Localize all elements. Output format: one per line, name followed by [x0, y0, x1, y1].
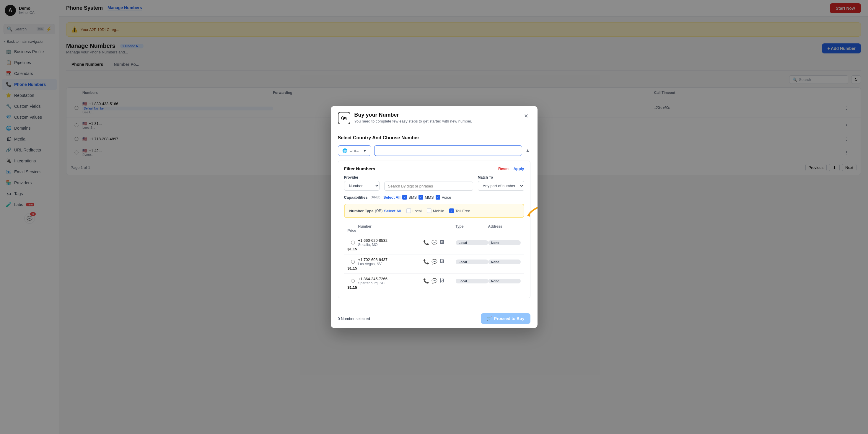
search-label — [384, 176, 473, 180]
sms-icon: 💬 — [432, 278, 437, 284]
collapse-icon[interactable]: ▲ — [525, 148, 530, 154]
modal-title-section: Buy your Number You need to complete few… — [354, 112, 472, 123]
type-tag: Local — [456, 259, 488, 264]
capability-icons: 📞 💬 🖼 — [423, 240, 456, 245]
phone-icon: 📞 — [423, 278, 429, 284]
globe-icon: 🌐 — [342, 148, 347, 153]
provider-label: Provider — [344, 175, 379, 180]
modal-title: Buy your Number — [354, 112, 472, 118]
modal-close-button[interactable]: ✕ — [522, 112, 530, 120]
country-select[interactable]: 🌐 Uni... ▼ — [338, 145, 372, 156]
number-type-container: Number Type (OR) Select All Local Mobile — [344, 204, 524, 218]
image-icon: 🖼 — [440, 278, 444, 284]
results-header: Number Type Address Price — [344, 222, 524, 235]
col-address: Address — [488, 224, 521, 228]
svg-marker-0 — [527, 213, 531, 217]
phone-icon: 📞 — [423, 240, 429, 245]
phone-icon: 📞 — [423, 259, 429, 265]
number-digit-search[interactable] — [384, 182, 473, 191]
section-title: Select Country And Choose Number — [338, 135, 530, 141]
modal-footer: 0 Number selected 🛒 Proceed to Buy — [331, 309, 537, 328]
capabilities-select-all[interactable]: Select All — [383, 195, 401, 199]
type-local[interactable]: Local — [406, 209, 422, 213]
address-tag: None — [488, 240, 521, 245]
number-result-row: +1 702-608-9437 Las Vegas, NV 📞 💬 🖼 Loca… — [344, 254, 524, 274]
number-radio[interactable] — [348, 260, 358, 264]
shopping-bag-icon: 🛍 — [338, 112, 350, 124]
modal-overlay: 🛍 Buy your Number You need to complete f… — [0, 0, 868, 434]
number-type-box: Number Type (OR) Select All Local Mobile — [344, 204, 524, 218]
cart-icon: 🛒 — [487, 316, 492, 321]
match-to-select[interactable]: Any part of number — [478, 181, 524, 191]
number-results-list: Number Type Address Price +1 660-620-853… — [344, 222, 524, 292]
number-info: +1 702-608-9437 Las Vegas, NV — [358, 257, 423, 266]
type-mobile[interactable]: Mobile — [427, 209, 444, 213]
price: $1.15 — [348, 247, 358, 251]
selected-count: 0 Number selected — [338, 316, 370, 321]
number-type-logic: (OR) — [375, 209, 383, 213]
sms-icon: 💬 — [432, 240, 437, 245]
address-tag: None — [488, 259, 521, 264]
col-price: Price — [348, 228, 358, 232]
chevron-down-icon: ▼ — [363, 148, 367, 153]
modal-body: Select Country And Choose Number 🌐 Uni..… — [331, 129, 537, 309]
capability-voice[interactable]: ✓ Voice — [436, 195, 451, 199]
modal-header: 🛍 Buy your Number You need to complete f… — [331, 106, 537, 129]
col-type: Type — [456, 224, 488, 228]
arrow-annotation — [527, 198, 537, 223]
col-select — [348, 224, 358, 228]
image-icon: 🖼 — [440, 259, 444, 265]
number-radio[interactable] — [348, 279, 358, 283]
filter-panel-header: Filter Numbers Reset Apply — [344, 166, 524, 171]
filter-apply-button[interactable]: Apply — [513, 166, 524, 171]
price: $1.15 — [348, 266, 358, 271]
filter-panel: Filter Numbers Reset Apply Provider Numb… — [338, 161, 530, 298]
yellow-arrow-svg — [527, 198, 537, 222]
sms-checkbox[interactable]: ✓ — [402, 195, 407, 199]
toll-free-checkbox[interactable]: ✓ — [449, 209, 454, 213]
capabilities-row: Capaabilities (AND) Select All ✓ SMS ✓ M… — [344, 195, 524, 199]
col-number: Number — [358, 224, 423, 228]
capabilities-label: Capaabilities — [344, 195, 368, 199]
local-checkbox[interactable] — [406, 209, 411, 213]
address-tag: None — [488, 279, 521, 283]
sms-icon: 💬 — [432, 259, 437, 265]
country-code: Uni... — [350, 148, 360, 153]
number-type-label: Number Type — [349, 209, 374, 213]
number-radio[interactable] — [348, 241, 358, 244]
provider-select[interactable]: Number — [344, 181, 379, 191]
modal-subtitle: You need to complete few easy steps to g… — [354, 119, 472, 123]
mobile-checkbox[interactable] — [427, 209, 432, 213]
number-result-row: +1 864-345-7266 Spartanburg, SC 📞 💬 🖼 Lo… — [344, 274, 524, 292]
number-info: +1 660-620-8532 Sedalia, MO — [358, 238, 423, 247]
price: $1.15 — [348, 285, 358, 290]
filter-provider-col: Provider Number — [344, 175, 379, 191]
buy-number-modal: 🛍 Buy your Number You need to complete f… — [331, 106, 537, 328]
number-result-row: +1 660-620-8532 Sedalia, MO 📞 💬 🖼 Local … — [344, 235, 524, 254]
capability-icons: 📞 💬 🖼 — [423, 259, 456, 265]
filter-provider-row: Provider Number Match To Any part of num… — [344, 175, 524, 191]
match-to-label: Match To — [478, 175, 524, 180]
filter-actions: Reset Apply — [498, 166, 524, 171]
mms-checkbox[interactable]: ✓ — [418, 195, 423, 199]
number-info: +1 864-345-7266 Spartanburg, SC — [358, 277, 423, 285]
number-type-select-all[interactable]: Select All — [384, 209, 401, 213]
proceed-to-buy-button[interactable]: 🛒 Proceed to Buy — [481, 313, 530, 324]
type-tag: Local — [456, 279, 488, 283]
col-capabilities — [423, 224, 456, 228]
filter-reset-button[interactable]: Reset — [498, 166, 508, 171]
capability-mms[interactable]: ✓ MMS — [418, 195, 434, 199]
filter-search-col — [384, 176, 473, 191]
type-tag: Local — [456, 240, 488, 245]
capability-icons: 📞 💬 🖼 — [423, 278, 456, 284]
voice-checkbox[interactable]: ✓ — [436, 195, 440, 199]
type-toll-free[interactable]: ✓ Toll Free — [449, 209, 470, 213]
filter-match-col: Match To Any part of number — [478, 175, 524, 191]
country-search-row: 🌐 Uni... ▼ ▲ — [338, 145, 530, 156]
filter-title: Filter Numbers — [344, 166, 375, 171]
image-icon: 🖼 — [440, 240, 444, 245]
number-type-row: Number Type (OR) Select All Local Mobile — [349, 209, 519, 213]
number-search-input[interactable] — [374, 145, 522, 156]
capabilities-logic: (AND) — [371, 195, 380, 199]
capability-sms[interactable]: ✓ SMS — [402, 195, 417, 199]
